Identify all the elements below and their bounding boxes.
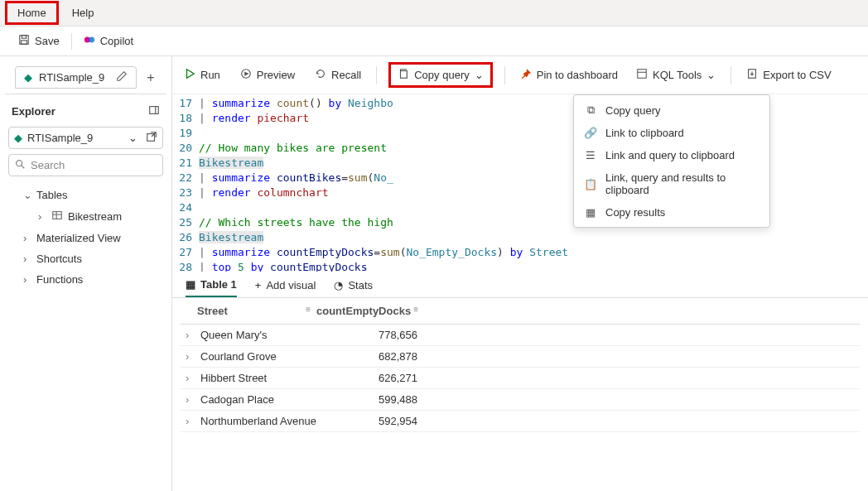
tree-matview[interactable]: › Materialized View [5, 228, 166, 248]
copilot-icon [84, 34, 95, 48]
recall-label: Recall [331, 69, 361, 81]
table-row[interactable]: › Northumberland Avenue 592,954 [181, 411, 860, 432]
chevron-down-icon: ⌄ [23, 189, 31, 201]
chevron-right-icon: › [38, 210, 46, 223]
export-button[interactable]: Export to CSV [743, 65, 834, 85]
preview-icon [240, 68, 252, 82]
table-row[interactable]: › Queen Mary's 778,656 [181, 325, 860, 346]
tree-shortcuts[interactable]: › Shortcuts [5, 248, 166, 269]
save-label: Save [35, 35, 60, 47]
tab-well: ◆ RTISample_9 + [5, 66, 166, 92]
col-street[interactable]: Street≡ [181, 298, 313, 324]
menu-copy-query[interactable]: ⧉ Copy query [574, 99, 769, 122]
menubar: Home Help [0, 0, 868, 26]
add-tab-button[interactable]: + [147, 70, 154, 85]
run-label: Run [200, 69, 220, 81]
chevron-right-icon: › [23, 253, 31, 265]
column-menu-icon[interactable]: ≡ [413, 305, 417, 317]
chevron-down-icon: ⌄ [128, 132, 137, 144]
chevron-down-icon: ⌄ [706, 69, 716, 81]
menu-link-clipboard[interactable]: 🔗 Link to clipboard [574, 122, 769, 144]
expand-icon[interactable]: › [181, 325, 197, 345]
menu-home[interactable]: Home [5, 1, 59, 25]
copy-query-label: Copy query [414, 69, 469, 81]
edit-icon[interactable] [116, 70, 128, 84]
expand-icon[interactable]: › [181, 411, 197, 431]
tree-bikestream[interactable]: › Bikestream [5, 205, 166, 228]
svg-line-9 [22, 166, 25, 169]
table-row[interactable]: › Cadogan Place 599,488 [181, 389, 860, 411]
svg-rect-10 [53, 212, 62, 219]
stats-icon: ◔ [334, 279, 343, 291]
menu-link-query-clipboard[interactable]: ☰ Link and query to clipboard [574, 144, 769, 166]
save-button[interactable]: Save [12, 31, 66, 51]
expand-icon[interactable]: › [181, 389, 197, 410]
expand-icon[interactable]: › [181, 346, 197, 367]
copy-icon [398, 68, 409, 82]
pin-icon [520, 68, 532, 82]
add-visual-button[interactable]: + Add visual [255, 279, 316, 296]
copilot-button[interactable]: Copilot [77, 31, 140, 51]
search-input[interactable]: Search [8, 154, 163, 176]
stats-button[interactable]: ◔ Stats [334, 279, 373, 296]
open-external-icon[interactable] [146, 131, 157, 145]
results-grid: Street≡ countEmptyDocks≡ › Queen Mary's … [172, 298, 868, 432]
clipboard-icon: 📋 [584, 178, 597, 190]
recall-button[interactable]: Recall [311, 65, 364, 85]
svg-marker-13 [187, 70, 195, 79]
tab-table1[interactable]: ▦ Table 1 [186, 278, 237, 297]
list-icon: ☰ [584, 149, 597, 161]
menu-link-query-results[interactable]: 📋 Link, query and results to clipboard [574, 166, 769, 201]
menu-copy-results[interactable]: ▦ Copy results [574, 201, 769, 224]
tab-rtisample[interactable]: ◆ RTISample_9 [15, 66, 137, 89]
table-icon: ▦ [186, 278, 195, 291]
database-name: RTISample_9 [27, 132, 123, 144]
export-label: Export to CSV [763, 69, 831, 81]
toolbar: Save Copilot [0, 26, 868, 56]
link-icon: 🔗 [584, 127, 597, 139]
pin-button[interactable]: Pin to dashboard [517, 65, 621, 85]
kql-tools-label: KQL Tools [653, 69, 702, 81]
kql-tools-button[interactable]: KQL Tools ⌄ [633, 65, 719, 85]
svg-rect-16 [401, 71, 407, 79]
copy-query-dropdown[interactable]: Copy query ⌄ [388, 62, 492, 88]
tree-shortcuts-label: Shortcuts [36, 253, 82, 265]
play-icon [184, 68, 195, 82]
chevron-right-icon: › [23, 232, 31, 244]
grid-header: Street≡ countEmptyDocks≡ [181, 298, 860, 325]
tree-functions-label: Functions [36, 273, 83, 286]
column-menu-icon[interactable]: ≡ [306, 305, 310, 317]
tree-tables[interactable]: ⌄ Tables [5, 185, 166, 205]
sidebar: ◆ RTISample_9 + Explorer ◆ RTISample_9 ⌄ [0, 56, 172, 491]
preview-label: Preview [257, 69, 295, 81]
content-area: Run Preview Recall [172, 56, 868, 491]
preview-button[interactable]: Preview [237, 65, 298, 85]
database-selector[interactable]: ◆ RTISample_9 ⌄ [8, 127, 163, 149]
panel-collapse-icon[interactable] [148, 104, 160, 118]
table-icon: ▦ [584, 206, 597, 219]
table-icon [51, 209, 63, 224]
run-button[interactable]: Run [181, 65, 224, 85]
expand-icon[interactable]: › [181, 368, 197, 388]
database-icon: ◆ [24, 71, 32, 84]
ribbon: Run Preview Recall [172, 56, 868, 94]
chevron-down-icon: ⌄ [475, 69, 484, 81]
col-count[interactable]: countEmptyDocks≡ [313, 298, 421, 324]
results-tabs: ▦ Table 1 + Add visual ◔ Stats [172, 272, 868, 298]
menu-help[interactable]: Help [62, 3, 104, 22]
tree-functions[interactable]: › Functions [5, 269, 166, 290]
table-row[interactable]: › Hibbert Street 626,271 [181, 368, 860, 389]
svg-rect-17 [638, 70, 647, 79]
svg-marker-15 [244, 71, 248, 75]
table-row[interactable]: › Courland Grove 682,878 [181, 346, 860, 368]
tools-icon [636, 68, 648, 82]
explorer-title: Explorer [12, 105, 55, 118]
database-icon: ◆ [14, 132, 22, 144]
svg-point-8 [17, 161, 22, 166]
search-placeholder: Search [31, 159, 65, 171]
recall-icon [315, 68, 326, 82]
line-gutter: 171819 202122 232425 262728 2930 [172, 96, 199, 272]
search-icon [14, 158, 26, 172]
tab-label: RTISample_9 [39, 71, 104, 84]
copilot-label: Copilot [100, 35, 133, 47]
